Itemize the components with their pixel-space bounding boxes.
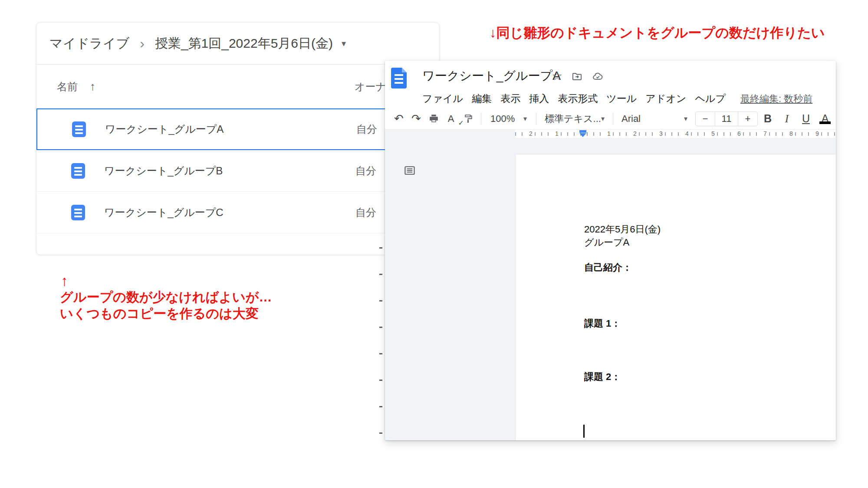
chevron-down-icon: ▾ bbox=[523, 115, 527, 123]
file-row-group-b[interactable]: ワークシート_グループB 自分 bbox=[36, 150, 439, 192]
chevron-down-icon: ▾ bbox=[601, 115, 605, 123]
folder-dropdown-icon[interactable]: ▾ bbox=[342, 38, 346, 49]
toolbar-divider bbox=[536, 113, 536, 125]
undo-icon[interactable]: ↶ bbox=[390, 112, 408, 125]
ruler-tick bbox=[379, 300, 382, 301]
star-icon[interactable]: ☆ bbox=[552, 70, 562, 82]
indent-marker[interactable] bbox=[579, 130, 586, 137]
ruler-tick bbox=[379, 247, 382, 249]
breadcrumb-root[interactable]: マイドライブ bbox=[49, 35, 129, 52]
ruler-number: 6 bbox=[735, 130, 743, 138]
docs-canvas: 2022年5月6日(金) グループA 自己紹介： 課題 1： 課題 2： bbox=[385, 138, 836, 440]
move-to-folder-icon[interactable] bbox=[571, 71, 583, 82]
menu-insert[interactable]: 挿入 bbox=[529, 92, 549, 105]
google-docs-file-icon bbox=[71, 205, 85, 220]
toolbar-divider bbox=[481, 113, 481, 125]
file-row-group-c[interactable]: ワークシート_グループC 自分 bbox=[36, 192, 439, 233]
docs-titlebar: ワークシート_グループA ☆ bbox=[385, 61, 836, 89]
ruler-tick bbox=[379, 274, 382, 275]
file-row-group-a[interactable]: ワークシート_グループA 自分 bbox=[36, 108, 439, 150]
doc-line-task2[interactable]: 課題 2： bbox=[584, 370, 621, 383]
horizontal-ruler[interactable]: 2 1 1 2 3 4 5 6 7 8 9 bbox=[385, 130, 836, 138]
menu-tools[interactable]: ツール bbox=[606, 92, 637, 105]
ruler-number: 9 bbox=[813, 130, 821, 138]
ruler-number: 8 bbox=[787, 130, 795, 138]
font-size-decrease-button[interactable]: − bbox=[696, 112, 715, 126]
column-name-label[interactable]: 名前 bbox=[57, 80, 78, 94]
menu-addons[interactable]: アドオン bbox=[645, 92, 686, 105]
last-edit-link[interactable]: 最終編集: 数秒前 bbox=[740, 92, 812, 105]
annotation-left: ↑ グループの数が少なければよいが… いくつものコピーを作るのは大変 bbox=[60, 272, 272, 322]
underline-button[interactable]: U bbox=[797, 112, 815, 125]
annotation-line-1: グループの数が少なければよいが… bbox=[60, 289, 272, 305]
annotation-line-2: いくつものコピーを作るのは大変 bbox=[60, 305, 272, 322]
document-page[interactable]: 2022年5月6日(金) グループA 自己紹介： 課題 1： 課題 2： bbox=[515, 154, 836, 440]
document-outline-icon[interactable] bbox=[403, 164, 416, 179]
file-name: ワークシート_グループA bbox=[105, 122, 224, 136]
paragraph-style-select[interactable]: 標準テキス...▾ bbox=[540, 112, 609, 125]
zoom-select[interactable]: 100%▾ bbox=[485, 113, 532, 124]
menu-edit[interactable]: 編集 bbox=[472, 92, 492, 105]
breadcrumb-chevron-icon: › bbox=[140, 36, 145, 52]
breadcrumb: マイドライブ › 授業_第1回_2022年5月6日(金) ▾ bbox=[36, 23, 439, 65]
doc-line-intro[interactable]: 自己紹介： bbox=[584, 261, 632, 274]
annotation-up-arrow: ↑ bbox=[61, 272, 272, 289]
menu-format[interactable]: 表示形式 bbox=[558, 92, 598, 105]
ruler-number: 4 bbox=[683, 130, 691, 138]
ruler-number: 1 bbox=[605, 130, 613, 138]
ruler-number: 7 bbox=[761, 130, 769, 138]
ruler-tick bbox=[379, 406, 382, 407]
text-cursor bbox=[583, 425, 585, 438]
google-docs-file-icon bbox=[71, 163, 85, 179]
doc-line-date[interactable]: 2022年5月6日(金) bbox=[584, 223, 661, 236]
toolbar-divider bbox=[613, 113, 613, 125]
docs-toolbar: ↶ ↷ A✓ 100%▾ 標準テキス...▾ Arial▾ bbox=[385, 108, 836, 130]
google-docs-file-icon bbox=[72, 121, 86, 137]
ruler-tick bbox=[379, 327, 382, 328]
ruler-tick bbox=[379, 353, 382, 354]
ruler-number: 5 bbox=[709, 130, 717, 138]
google-docs-logo-icon[interactable] bbox=[391, 68, 407, 88]
font-size-increase-button[interactable]: + bbox=[738, 112, 757, 126]
font-size-stepper: − 11 + bbox=[695, 111, 758, 126]
ruler-number: 1 bbox=[553, 130, 561, 138]
annotation-top: ↓同じ雛形のドキュメントをグループの数だけ作りたい bbox=[490, 24, 825, 42]
menu-view[interactable]: 表示 bbox=[500, 92, 520, 105]
font-size-value[interactable]: 11 bbox=[715, 112, 738, 126]
ruler-tick bbox=[379, 432, 382, 434]
ruler-number: 2 bbox=[631, 130, 639, 138]
text-color-button[interactable]: A bbox=[816, 112, 834, 125]
menu-help[interactable]: ヘルプ bbox=[695, 92, 726, 105]
docs-window: ワークシート_グループA ☆ ファイル 編集 表示 挿入 表示形式 ツール アド… bbox=[385, 61, 836, 440]
breadcrumb-folder[interactable]: 授業_第1回_2022年5月6日(金) bbox=[155, 35, 333, 52]
drive-window: マイドライブ › 授業_第1回_2022年5月6日(金) ▾ 名前 ↑ オーナ … bbox=[36, 22, 440, 255]
docs-menubar: ファイル 編集 表示 挿入 表示形式 ツール アドオン ヘルプ 最終編集: 数秒… bbox=[385, 89, 836, 108]
document-title[interactable]: ワークシート_グループA bbox=[422, 68, 561, 84]
doc-line-group[interactable]: グループA bbox=[584, 236, 629, 249]
chevron-down-icon: ▾ bbox=[684, 115, 687, 123]
menu-file[interactable]: ファイル bbox=[422, 92, 463, 105]
ruler-number: 2 bbox=[527, 130, 535, 138]
ruler-tick bbox=[379, 380, 382, 381]
file-owner: 自分 bbox=[355, 164, 376, 178]
file-owner: 自分 bbox=[355, 206, 376, 219]
redo-icon[interactable]: ↷ bbox=[408, 112, 425, 125]
file-name: ワークシート_グループB bbox=[104, 164, 223, 178]
cloud-saved-icon[interactable] bbox=[592, 71, 604, 82]
font-select[interactable]: Arial▾ bbox=[617, 113, 692, 124]
file-owner: 自分 bbox=[356, 122, 377, 136]
bold-button[interactable]: B bbox=[759, 112, 777, 125]
print-icon[interactable] bbox=[425, 113, 442, 124]
italic-button[interactable]: I bbox=[778, 113, 796, 125]
column-owner-label[interactable]: オーナ bbox=[355, 65, 386, 108]
ruler-number: 3 bbox=[657, 130, 665, 138]
spell-check-icon[interactable]: A✓ bbox=[442, 113, 460, 124]
file-name: ワークシート_グループC bbox=[104, 206, 224, 219]
sort-ascending-icon[interactable]: ↑ bbox=[90, 80, 95, 93]
file-list-header: 名前 ↑ オーナ bbox=[36, 65, 439, 108]
doc-line-task1[interactable]: 課題 1： bbox=[584, 317, 621, 330]
